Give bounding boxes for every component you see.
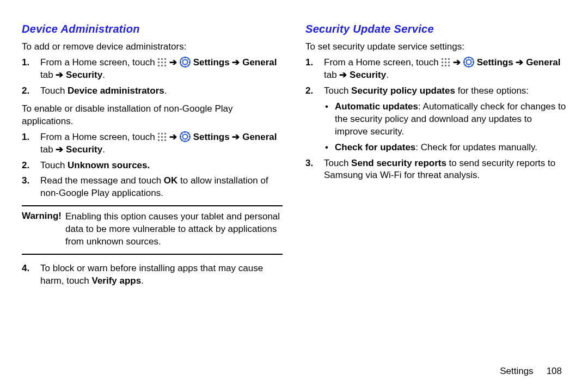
svg-rect-46: [448, 65, 450, 66]
svg-point-10: [182, 59, 187, 64]
heading-security-update-service: Security Update Service: [305, 23, 566, 35]
apps-grid-icon: [441, 58, 450, 67]
intro-security-update: To set security update service settings:: [305, 41, 566, 53]
right-column: Security Update Service To set security …: [305, 23, 566, 392]
step-2-security-policy-updates: 2. Touch Security policy updates for the…: [321, 85, 566, 154]
svg-rect-41: [442, 62, 443, 63]
svg-rect-25: [158, 139, 160, 141]
svg-rect-40: [448, 58, 450, 60]
page-footer: Settings 108: [500, 366, 562, 377]
svg-rect-26: [161, 139, 163, 141]
svg-rect-39: [445, 58, 446, 60]
settings-gear-icon: [463, 57, 474, 68]
svg-point-29: [182, 134, 187, 139]
svg-rect-44: [442, 65, 443, 66]
svg-point-48: [466, 59, 471, 64]
warning-label: Warning!: [22, 211, 65, 248]
svg-rect-43: [448, 62, 450, 63]
svg-rect-42: [445, 62, 446, 63]
svg-rect-0: [158, 58, 160, 60]
svg-rect-8: [164, 65, 166, 66]
svg-rect-24: [164, 136, 166, 138]
step-2-unknown-sources: 2. Touch Unknown sources.: [37, 160, 283, 172]
svg-rect-23: [161, 136, 163, 138]
intro-unknown-sources: To enable or disable installation of non…: [22, 103, 283, 128]
step-3-send-security-reports: 3. Touch Send security reports to send s…: [321, 157, 566, 182]
svg-rect-7: [161, 65, 163, 66]
step-1-nav-security-b: 1. From a Home screen, touch ➔ Settings …: [37, 131, 283, 156]
apps-grid-icon: [157, 132, 167, 142]
svg-line-56: [465, 65, 466, 66]
step-2-device-admins: 2. Touch Device administrators.: [37, 85, 283, 97]
left-column: Device Administration To add or remove d…: [22, 23, 283, 392]
steps-verify-apps: 4. To block or warn before installing ap…: [22, 262, 283, 287]
svg-rect-38: [442, 58, 443, 60]
svg-rect-20: [161, 133, 163, 134]
svg-rect-5: [164, 62, 166, 63]
svg-line-17: [188, 58, 189, 59]
option-check-for-updates: Check for updates: Check for updates man…: [333, 142, 566, 154]
arrow-icon: ➔: [169, 57, 177, 68]
heading-device-administration: Device Administration: [22, 23, 283, 35]
step-3-read-message: 3. Read the message and touch OK to allo…: [37, 175, 283, 200]
svg-line-37: [181, 139, 182, 140]
svg-rect-4: [161, 62, 163, 63]
warning-text: Enabling this option causes your tablet …: [65, 211, 283, 248]
steps-unknown-sources: 1. From a Home screen, touch ➔ Settings …: [22, 131, 283, 200]
arrow-icon: ➔: [169, 132, 177, 142]
svg-line-15: [181, 58, 182, 59]
svg-line-34: [181, 133, 182, 134]
svg-line-16: [188, 65, 189, 66]
svg-rect-1: [161, 58, 163, 60]
svg-rect-45: [445, 65, 446, 66]
svg-rect-2: [164, 58, 166, 60]
svg-line-55: [471, 58, 473, 59]
settings-gear-icon: [180, 57, 191, 68]
svg-rect-27: [164, 139, 166, 141]
steps-security-update: 1. From a Home screen, touch ➔ Settings …: [305, 57, 566, 182]
svg-line-35: [188, 139, 189, 140]
svg-line-18: [181, 65, 182, 66]
svg-line-53: [465, 58, 466, 59]
step-1-nav-security: 1. From a Home screen, touch ➔ Settings …: [37, 57, 283, 82]
option-automatic-updates: Automatic updates: Automatically check f…: [333, 101, 566, 138]
steps-add-remove-admins: 1. From a Home screen, touch ➔ Settings …: [22, 57, 283, 97]
step-4-verify-apps: 4. To block or warn before installing ap…: [37, 262, 283, 287]
security-policy-options: Automatic updates: Automatically check f…: [324, 101, 566, 154]
svg-rect-19: [158, 133, 160, 134]
page: Device Administration To add or remove d…: [0, 0, 588, 392]
svg-rect-21: [164, 133, 166, 134]
svg-rect-3: [158, 62, 160, 63]
intro-add-remove-admins: To add or remove device administrators:: [22, 41, 283, 53]
svg-line-54: [471, 65, 473, 66]
settings-gear-icon: [180, 131, 191, 142]
footer-section: Settings: [500, 366, 533, 377]
svg-rect-6: [158, 65, 160, 66]
warning-box: Warning! Enabling this option causes you…: [22, 205, 283, 255]
svg-line-36: [188, 133, 189, 134]
footer-page-number: 108: [547, 366, 562, 377]
step-1-nav-security-c: 1. From a Home screen, touch ➔ Settings …: [321, 57, 566, 82]
svg-rect-22: [158, 136, 160, 138]
arrow-icon: ➔: [453, 57, 461, 68]
apps-grid-icon: [157, 58, 167, 67]
